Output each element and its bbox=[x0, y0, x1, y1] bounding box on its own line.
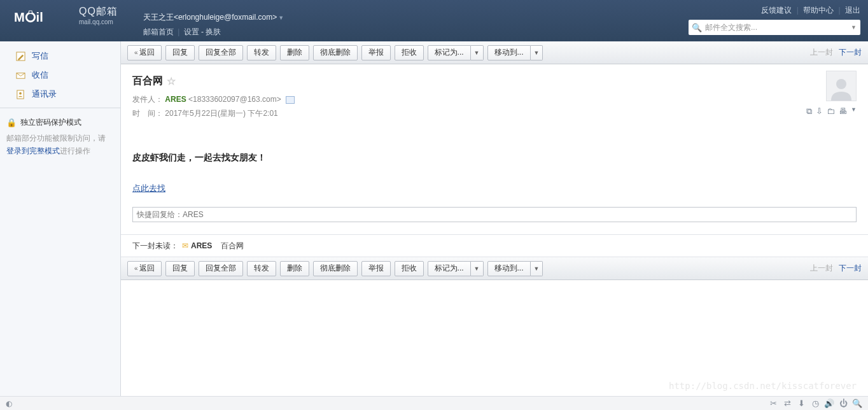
compose-icon bbox=[15, 51, 25, 61]
prev-mail-link-bottom: 上一封 bbox=[810, 264, 833, 272]
header: M il QQ邮箱 mail.qq.com 天王之王<erlonghuleige… bbox=[0, 0, 868, 41]
back-arrow-icon: « bbox=[134, 265, 138, 272]
full-mode-link[interactable]: 登录到完整模式 bbox=[6, 146, 60, 155]
reply-button[interactable]: 回复 bbox=[165, 45, 195, 60]
contacts-nav[interactable]: 通讯录 bbox=[0, 85, 120, 104]
delete-button-bottom[interactable]: 删除 bbox=[280, 261, 309, 276]
receive-nav[interactable]: 收信 bbox=[0, 66, 120, 85]
prev-mail-link: 上一封 bbox=[810, 48, 833, 57]
mark-as-button[interactable]: 标记为... bbox=[428, 45, 471, 60]
feedback-link[interactable]: 反馈建议 bbox=[761, 6, 792, 15]
forward-button-bottom[interactable]: 转发 bbox=[247, 261, 276, 276]
bottom-zoom-icon[interactable]: 🔍 bbox=[850, 399, 864, 408]
search-dropdown-icon[interactable]: ▼ bbox=[847, 24, 860, 31]
svg-text:M: M bbox=[14, 10, 25, 24]
next-unread-sender[interactable]: ARES bbox=[191, 241, 212, 250]
toolbar-top: «返回 回复 回复全部 转发 删除 彻底删除 举报 拒收 标记为...▼ 移动到… bbox=[121, 41, 868, 64]
delete-perm-button[interactable]: 彻底删除 bbox=[313, 45, 358, 60]
next-mail-link-bottom[interactable]: 下一封 bbox=[839, 264, 862, 272]
bottom-swap-icon[interactable]: ⇄ bbox=[780, 399, 794, 408]
forward-button[interactable]: 转发 bbox=[247, 45, 276, 60]
mark-as-dropdown-icon[interactable]: ▼ bbox=[471, 45, 484, 60]
bottom-sound-icon[interactable]: 🔊 bbox=[822, 399, 836, 408]
sidebar-divider bbox=[0, 108, 120, 108]
svg-point-8 bbox=[19, 92, 22, 94]
toolbar-bottom: «返回 回复 回复全部 转发 删除 彻底删除 举报 拒收 标记为...▼ 移动到… bbox=[121, 257, 868, 280]
compose-label: 写信 bbox=[32, 50, 48, 62]
bottom-shield-icon[interactable]: ◐ bbox=[3, 399, 15, 408]
logo-url-text: mail.qq.com bbox=[79, 18, 118, 25]
move-to-button-bottom[interactable]: 移动到... bbox=[487, 261, 531, 276]
nav-home-link[interactable]: 邮箱首页 bbox=[143, 27, 174, 36]
browser-bottom-bar: ◐ ✂ ⇄ ⬇ ◷ 🔊 ⏻ 🔍 bbox=[0, 396, 868, 410]
envelope-icon: ✉ bbox=[182, 241, 188, 250]
sidebar-note: 邮箱部分功能被限制访问，请 登录到完整模式进行操作 bbox=[0, 131, 120, 159]
back-arrow-icon: « bbox=[134, 49, 138, 56]
mail-body-link[interactable]: 点此去找 bbox=[132, 183, 165, 193]
more-icon[interactable]: ▼ bbox=[851, 106, 857, 117]
logout-link[interactable]: 退出 bbox=[845, 6, 860, 15]
download-icon[interactable]: ⇩ bbox=[816, 106, 823, 117]
next-unread-bar: 下一封未读： ✉ ARES 百合网 bbox=[121, 234, 868, 257]
lock-mode-row: 🔒 独立密码保护模式 bbox=[0, 112, 120, 131]
new-window-icon[interactable]: ⧉ bbox=[806, 106, 812, 117]
search-icon: 🔍 bbox=[692, 23, 702, 32]
nav-skin-link[interactable]: 换肤 bbox=[206, 27, 221, 36]
bottom-power-icon[interactable]: ⏻ bbox=[836, 399, 850, 408]
report-button-bottom[interactable]: 举报 bbox=[361, 261, 391, 276]
reply-button-bottom[interactable]: 回复 bbox=[165, 261, 195, 276]
svg-point-1 bbox=[26, 13, 34, 21]
reject-button[interactable]: 拒收 bbox=[395, 45, 424, 60]
help-link[interactable]: 帮助中心 bbox=[803, 6, 834, 15]
avatar[interactable] bbox=[826, 71, 857, 101]
reject-button-bottom[interactable]: 拒收 bbox=[395, 261, 424, 276]
report-button[interactable]: 举报 bbox=[361, 45, 391, 60]
delete-button[interactable]: 删除 bbox=[280, 45, 309, 60]
mark-as-button-bottom[interactable]: 标记为... bbox=[428, 261, 471, 276]
reply-all-button[interactable]: 回复全部 bbox=[199, 45, 243, 60]
back-button[interactable]: «返回 bbox=[127, 45, 162, 60]
sidebar: 写信 收信 通讯录 🔒 独立密码保护模式 邮箱部分功能被限制访问，请 登录到完整… bbox=[0, 41, 121, 410]
mail-action-icons: ⧉ ⇩ 🗀 🖶 ▼ bbox=[806, 106, 857, 117]
svg-rect-3 bbox=[29, 11, 32, 13]
move-to-dropdown-icon[interactable]: ▼ bbox=[531, 45, 543, 60]
delete-perm-button-bottom[interactable]: 彻底删除 bbox=[313, 261, 358, 276]
from-name[interactable]: ARES bbox=[165, 95, 186, 104]
compose-nav[interactable]: 写信 bbox=[0, 46, 120, 66]
receive-label: 收信 bbox=[32, 69, 48, 81]
bottom-clock-icon[interactable]: ◷ bbox=[808, 399, 822, 408]
mail-header: 百合网 ☆ 发件人： ARES <18333602097@163.com> 时 … bbox=[121, 64, 868, 127]
print-icon[interactable]: 🖶 bbox=[839, 106, 847, 117]
logo-cn-text: QQ邮箱 bbox=[79, 5, 118, 18]
from-label: 发件人： bbox=[132, 95, 163, 104]
time-value: 2017年5月22日(星期一) 下午2:01 bbox=[165, 109, 277, 118]
nav-settings-link[interactable]: 设置 bbox=[184, 27, 199, 36]
next-unread-subject[interactable]: 百合网 bbox=[221, 241, 244, 251]
archive-icon[interactable]: 🗀 bbox=[827, 106, 835, 117]
search-box[interactable]: 🔍 ▼ bbox=[689, 20, 860, 35]
star-icon[interactable]: ☆ bbox=[167, 75, 176, 87]
vcard-icon[interactable] bbox=[286, 96, 295, 104]
reply-all-button-bottom[interactable]: 回复全部 bbox=[199, 261, 243, 276]
svg-text:il: il bbox=[36, 10, 43, 24]
contacts-label: 通讯录 bbox=[32, 88, 57, 100]
next-unread-label: 下一封未读： bbox=[132, 241, 178, 251]
logo-area: M il QQ邮箱 mail.qq.com bbox=[0, 0, 118, 41]
quick-reply-input[interactable] bbox=[132, 207, 857, 222]
svg-point-9 bbox=[836, 79, 846, 89]
bottom-download-icon[interactable]: ⬇ bbox=[794, 399, 808, 408]
search-input[interactable] bbox=[705, 23, 847, 32]
mail-subject: 百合网 bbox=[132, 74, 163, 88]
lock-icon: 🔒 bbox=[6, 118, 17, 127]
user-dropdown-icon[interactable]: ▼ bbox=[278, 15, 284, 21]
move-to-button[interactable]: 移动到... bbox=[487, 45, 531, 60]
move-to-dropdown-icon[interactable]: ▼ bbox=[531, 261, 543, 276]
bottom-cut-icon[interactable]: ✂ bbox=[766, 399, 780, 408]
user-display[interactable]: 天王之王<erlonghuleige@foxmail.com> bbox=[143, 13, 277, 22]
user-area: 天王之王<erlonghuleige@foxmail.com>▼ 邮箱首页 | … bbox=[143, 4, 284, 38]
receive-icon bbox=[15, 70, 25, 80]
lock-mode-label: 独立密码保护模式 bbox=[20, 117, 81, 128]
back-button-bottom[interactable]: «返回 bbox=[127, 261, 162, 276]
next-mail-link[interactable]: 下一封 bbox=[839, 48, 862, 57]
mark-as-dropdown-icon[interactable]: ▼ bbox=[471, 261, 484, 276]
